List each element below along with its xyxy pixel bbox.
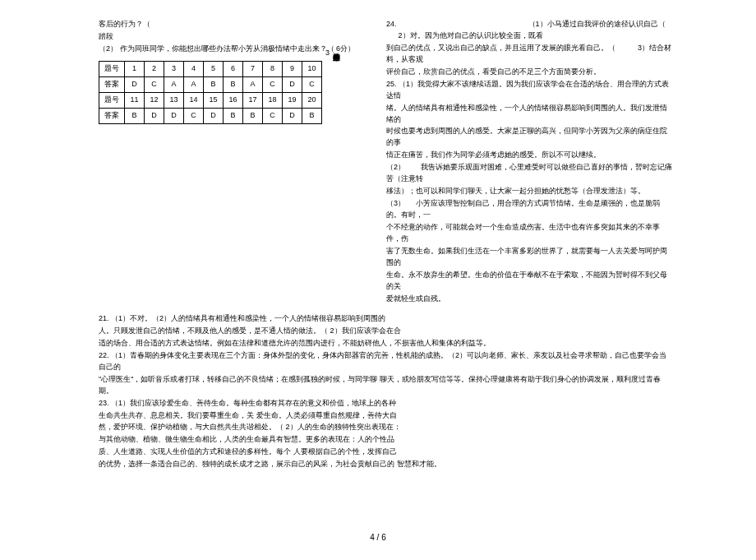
q23-b: 生命共生共存、息息相关。我们要尊重生命，关 爱生命。人类必须尊重自然规律，善待大… bbox=[99, 410, 674, 422]
q24-1: （1）小马通过自我评价的途径认识自己（ bbox=[528, 20, 666, 28]
q3-num: 3 bbox=[325, 49, 330, 57]
cell: B bbox=[224, 76, 243, 92]
q25-l2: 绪。人的情绪具有相通性和感染性，一个人的情绪很容易影响到周围的人。我们发泄情绪的 bbox=[386, 103, 674, 126]
cell: 18 bbox=[263, 92, 283, 108]
table-row: 答案 B D D C D B B C D B bbox=[99, 108, 322, 123]
q2-text: 作为同班同学，你能想出哪些办法帮小芳从消极情绪中走出来？（ 6分） bbox=[120, 44, 356, 53]
cell: C bbox=[263, 76, 283, 92]
ans-label: 答案 bbox=[99, 108, 125, 123]
cell: 9 bbox=[283, 61, 302, 76]
cell: C bbox=[145, 76, 164, 92]
table-row: 题号 1 2 3 4 5 6 7 8 9 10 bbox=[99, 61, 322, 76]
cell: B bbox=[125, 108, 145, 123]
left-column: 客后的行为？（ 踏段 （2） 作为同班同学，你能想出哪些办法帮小芳从消极情绪中走… bbox=[99, 18, 378, 131]
q25-l6: 移法）；也可以和同学们聊天，让大家一起分担她的忧愁等（合理发泄法）等。 bbox=[386, 186, 674, 197]
ans-label: 答案 bbox=[99, 76, 125, 92]
cell: 10 bbox=[302, 61, 322, 76]
cell: 1 bbox=[125, 61, 145, 76]
cell: 3 bbox=[164, 61, 184, 76]
row-label: 题号 bbox=[99, 92, 125, 108]
cell: B bbox=[302, 108, 322, 123]
q3-vertical: 3 ）你是怎样看待小芳放 bbox=[325, 48, 342, 122]
q23-f: 的优势，选择一条适合自己的、独特的成长成才之路，展示自己的风采，为社会贡献自己的… bbox=[99, 459, 674, 470]
lower-block: 21. （1）不对。（2）人的情绪具有相通性和感染性，一个人的情绪很容易影响到周… bbox=[99, 312, 674, 471]
q25-l4: 情正在痛苦，我们作为同学必须考虑她的感受。所以不可以继续。 bbox=[386, 150, 674, 161]
q25-l1: 25. （1）我觉得大家不该继续话题。因为我们应该学会在合适的场合、用合理的方式… bbox=[386, 79, 674, 102]
q25-num: 25. bbox=[386, 80, 397, 88]
cell: 12 bbox=[145, 92, 164, 108]
q23-a: 23. （1）我们应该珍爱生命、善待生命。每种生命都有其存在的意义和价值，地球上… bbox=[99, 398, 674, 410]
cell: 8 bbox=[263, 61, 283, 76]
header-fragment: 客后的行为？（ bbox=[99, 19, 378, 30]
q24-l2: 到自己的优点，又说出自己的缺点，并且运用了发展的眼光看自己。（ 3）结合材料，从… bbox=[386, 43, 674, 66]
q21-b: 人。只顾发泄自己的情绪，不顾及他人的感受，是不通人情的做法。（ 2）我们应该学会… bbox=[99, 326, 674, 337]
row-label: 题号 bbox=[99, 61, 125, 76]
q3-text: ）你是怎样看待小芳放 bbox=[332, 48, 343, 122]
table-row: 题号 11 12 13 14 15 16 17 18 19 20 bbox=[99, 92, 322, 108]
cell: 11 bbox=[125, 92, 145, 108]
cell: D bbox=[204, 108, 224, 123]
cell: D bbox=[164, 108, 184, 123]
right-column: 24. （1）小马通过自我评价的途径认识自己（ 2）对。因为他对自己的认识比较全… bbox=[386, 18, 674, 306]
q21-a: 21. （1）不对。（2）人的情绪具有相通性和感染性，一个人的情绪很容易影响到周… bbox=[99, 313, 674, 325]
q25-l9: 害了无数生命。如果我们生活在一个丰富多彩的世界了，就需要每一人去关爱与呵护周围的 bbox=[386, 246, 674, 269]
q25-l11: 爱就轻生或自残。 bbox=[386, 294, 674, 305]
cell: 7 bbox=[243, 61, 263, 76]
q23-d: 与其他动物、植物、微生物生命相比，人类的生命最具有智慧。更多的表现在：人的个性品 bbox=[99, 434, 674, 446]
cell: 6 bbox=[224, 61, 243, 76]
cell: 16 bbox=[224, 92, 243, 108]
cell: C bbox=[184, 108, 204, 123]
cell: B bbox=[204, 76, 224, 92]
q25-l8: 个不经意的动作，可能就会对一个生命造成伤害。生活中也有许多突如其来的不幸事件，伤 bbox=[386, 222, 674, 245]
cell: 5 bbox=[204, 61, 224, 76]
q24-line: 24. （1）小马通过自我评价的途径认识自己（ 2）对。因为他对自己的认识比较全… bbox=[386, 19, 674, 42]
cell: 20 bbox=[302, 92, 322, 108]
table-row: 答案 D C A A B B A C D C bbox=[99, 76, 322, 92]
cell: C bbox=[302, 76, 322, 92]
q25-l5: （2） 我告诉她要乐观面对困难，心里难受时可以做些自己喜好的事情，暂时忘记痛苦（… bbox=[386, 162, 674, 185]
page-footer: 4 / 6 bbox=[0, 531, 756, 544]
cell: D bbox=[283, 76, 302, 92]
cell: 17 bbox=[243, 92, 263, 108]
cell: B bbox=[243, 108, 263, 123]
page-number: 4 / 6 bbox=[370, 533, 385, 542]
frag-under: 踏段 bbox=[99, 31, 378, 43]
cell: 19 bbox=[283, 92, 302, 108]
cell: A bbox=[243, 76, 263, 92]
cell: D bbox=[125, 76, 145, 92]
q21-c: 适的场合、用合适的方式表达情绪。例如在法律和道德允许的范围内进行，不能妨碍他人，… bbox=[99, 338, 674, 349]
cell: C bbox=[263, 108, 283, 123]
cell: B bbox=[224, 108, 243, 123]
q23-c: 然，爱护环境、保护动植物，与大自然共生共谐相处。（ 2）人的生命的独特性突出表现… bbox=[99, 422, 674, 433]
answer-table: 题号 1 2 3 4 5 6 7 8 9 10 答案 D C A bbox=[99, 61, 322, 124]
cell: A bbox=[184, 76, 204, 92]
q24-2: 2）对。因为他对自己的认识比较全面，既看 bbox=[399, 31, 543, 39]
cell: 13 bbox=[164, 92, 184, 108]
q22-b: "心理医生"，如听音乐或者打球，转移自己的不良情绪；在感到孤独的时候，与同学聊 … bbox=[99, 374, 674, 397]
q23-e: 质、人生道路、实现人生价值的方式和途径的多样性。每个 人要根据自己的个性，发挥自… bbox=[99, 447, 674, 458]
cell: 15 bbox=[204, 92, 224, 108]
q22-a: 22. （1）青春期的身体变化主要表现在三个方面：身体外型的变化，身体内部器官的… bbox=[99, 350, 674, 373]
cell: 4 bbox=[184, 61, 204, 76]
cell: A bbox=[164, 76, 184, 92]
q24-num: 24. bbox=[386, 20, 397, 28]
q2-label: （2） bbox=[99, 44, 118, 53]
cell: D bbox=[283, 108, 302, 123]
q25-l3: 时候也要考虑到周围的人的感受。大家是正聊的高兴，但同学小芳因为父亲的病症住院的事 bbox=[386, 126, 674, 149]
frag-top: 客后的行为？（ bbox=[99, 20, 150, 28]
cell: D bbox=[145, 108, 164, 123]
cell: 14 bbox=[184, 92, 204, 108]
q24-l3: 评价自己，欣赏自己的优点，看受自己的不足三个方面简要分析。 bbox=[386, 67, 674, 78]
cell: 2 bbox=[145, 61, 164, 76]
q25-l7: （3） 小芳应该理智控制自己，用合理的方式调节情绪。生命是顽强的，也是脆弱的。有… bbox=[386, 198, 674, 221]
q25-l10: 生命。永不放弃生的希望。生命的价值在于奉献不在于索取，不能因为暂时得不到父母的关 bbox=[386, 270, 674, 293]
